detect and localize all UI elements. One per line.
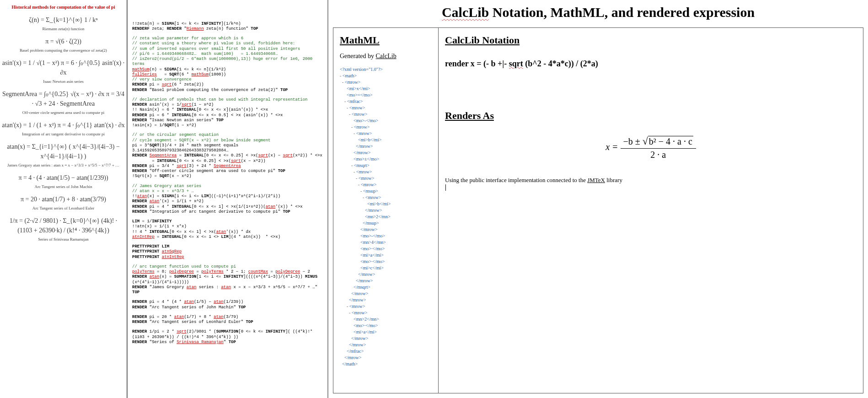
note-prefix: Using the public interface implementatio… [445,177,587,183]
code-group: RENDER 1/pi = 2 * sqrt(2)/9801 * (SUMMAT… [132,329,324,345]
formula-caption: Basel problem computing the convergence … [20,48,107,53]
below-note: Using the public interface implementatio… [445,177,857,191]
columns: MathML Generated by CalcLib <?xml versio… [333,27,863,393]
right-panel: CalcLib Notation, MathML, and rendered e… [328,0,868,398]
code-line: // James Gregory atan series [132,184,324,189]
code-line: polyTerms = 8; polyDegree = polyTerms * … [132,269,324,274]
code-line: RENDER 1/pi = 2 * sqrt(2)/9801 * (SUMMAT… [132,329,324,340]
code-line: // cycle segment = SQRT(x − x^2) or belo… [132,138,324,143]
code-line: mathSum(n) = SIGMA[1 <= k <= n](1/k^2) [132,67,324,72]
title-calclib: CalcLib [442,5,489,20]
code-line: RENDER "Off-center circle segment area u… [132,169,324,174]
code-line: RENDER SegmentArea = INTEGRAL[0 <= x <= … [132,153,324,158]
note-suffix: library [605,177,622,183]
formula-expression: atan(x) = Σ_{i=1}^{∞} ( x^{4i−3}/(4i−3) … [2,142,125,161]
code-line: pi = 3*SQRT(3)/4 + 24 * math segment equ… [132,143,324,154]
code-group: LIM = 1/INFINITY!!atn(x) = 1/(1 + x*x)!!… [132,219,324,240]
formula-block: 1/π = (2·√2 / 9801) · Σ_{k=0}^{∞} (4k)! … [2,216,125,242]
code-line: // very slow convergence [132,77,324,82]
formula-caption: Series of Srinivasa Ramanujan [38,237,89,242]
formula-caption: Riemann zeta(n) function [43,27,85,31]
formula-block: atan(x) = Σ_{i=1}^{∞} ( x^{4i−3}/(4i−3) … [2,142,125,167]
code-line: // constant using a theory where pi valu… [132,41,324,46]
code-line: RENDER pi = 4 * INTEGRAL[0 <= x <= 1] < … [132,204,324,210]
formula-expression: π = √(6 · ζ(2)) [45,37,81,46]
formula-radicand: b² − 4 · a · c [648,136,693,146]
code-line: fullSeries = SQRT(6 * mathSum(1000)) [132,72,324,77]
formula-block: π = √(6 · ζ(2))Basel problem computing t… [2,37,125,53]
code-group: // declaration of symbols that can be us… [132,97,324,129]
formula-caption: Integration of arc tangent derivative to… [22,132,105,136]
formula-expression: 1/π = (2·√2 / 9801) · Σ_{k=0}^{∞} (4k)! … [2,216,125,235]
code-line: RENDER "Basel problem computing the conv… [132,88,324,93]
formula-block: π = 4 · (4 · atan(1/5) − atan(1/239))Arc… [2,173,125,189]
code-group: // James Gregory atan series// atan x = … [132,184,324,215]
left-panel: Historical methods for computation of th… [0,0,127,398]
code-line: RENDER asin'(x) = 1/sqrt(1 − x^2) [132,102,324,108]
code-line: // or the circular segment equation [132,133,324,138]
code-line: RENDERF zeta; RENDER "Riemann zeta(n) fu… [132,27,324,32]
code-line: // pi/6 = 1.6449340668482… math sum(100)… [132,52,324,57]
middle-code-panel: !!zeta(n) = SIGMA[1 <= k <= INFINITY](1/… [127,0,328,398]
formula-block: ζ(n) = Σ_{k=1}^{∞} 1 / kⁿRiemann zeta(n)… [2,15,125,31]
code-line: !Sqrt(x) = SQRT(x − x^2) [132,174,324,179]
generated-by-line: Generated by CalcLib [340,53,432,60]
formula-expression: ζ(n) = Σ_{k=1}^{∞} 1 / kⁿ [29,15,97,25]
formula-expression: SegmentArea = ∫₀^{0.25} √(x − x²) · ∂x π… [2,89,125,108]
code-line: atnIntRep = INTEGRAL[0 <= x <= 1 <> LIM]… [132,235,324,240]
formula-den: 2 · a [621,149,696,160]
code-line: !!zeta(n) = SIGMA[1 <= k <= INFINITY](1/… [132,22,324,27]
code-line: PRETTYPRINT atnSqRep [132,249,324,254]
code-line: RENDER "Arc Tangent series of Leonhard E… [132,320,324,325]
page-title: CalcLib Notation, MathML, and rendered e… [333,5,863,20]
code-line: RENDER pi = 4 * (4 * atan(1/5) − atan(1/… [132,300,324,305]
code-line: PRETTYPRINT atnIntRep [132,255,324,260]
formula-lhs: x = [605,142,618,152]
code-group: PRETTYPRINT LIMPRETTYPRINT atnSqRepPRETT… [132,244,324,260]
generated-link[interactable]: CalcLib [376,53,396,59]
code-line: RENDER "James Gregory atan series : atan… [132,285,324,296]
notation-expression: render x = (- b +|- sqrt (b^2 - 4*a*c)) … [445,59,857,69]
notation-text: render x = (- b +|- sqrt (b^2 - 4*a*c)) … [445,59,598,68]
code-line: RENDER atan(x) = SUMMATION[1 <= i <= INF… [132,274,324,285]
code-line: // sum of inverted squares over small fi… [132,47,324,52]
code-line: RENDER atan'(x) = 1/(1 + x^2) [132,199,324,204]
code-line: // arc tangent function used to compute … [132,264,324,269]
note-link[interactable]: JMTeX [587,177,605,183]
rendered-formula: x = −b ± √b² − 4 · a · c 2 · a [591,135,710,160]
title-rest: Notation, MathML, and rendered expressio… [489,5,755,20]
formula-expression: π = 4 · (4 · atan(1/5) − atan(1/239)) [18,173,108,183]
code-line: RENDER pi = 6 * INTEGRAL[0 <= x <= 0.5] … [132,113,324,118]
code-line: PRETTYPRINT LIM [132,244,324,249]
mathml-xml: <?xml version="1.0"?> - <math> - <mrow> … [340,66,432,367]
code-line: !asin(x) = 1/SQRT(1 − x^2) [132,123,324,128]
code-line: LIM = 1/INFINITY [132,219,324,224]
code-group: // or the circular segment equation// cy… [132,133,324,179]
formula-caption: Isaac Newton asin series [43,79,84,84]
code-line: // isZero2(round(pi/2 − 6*math sum(10000… [132,57,324,67]
code-line: RENDER pi = 20 * atan(1/7) + 8 * atan(3/… [132,315,324,320]
code-line: RENDER pi = 3/4 * sqrt(3) + 24 * Segment… [132,164,324,169]
formula-expression: asin′(x) = 1 / √(1 − x²) π = 6 · ∫₀^{0.5… [2,58,125,77]
formula-block: SegmentArea = ∫₀^{0.25} √(x − x²) · ∂x π… [2,89,125,115]
code-line: RENDER "Integration of arc tangent deriv… [132,210,324,215]
code-line: // zeta value parameter for approx which… [132,36,324,41]
text-cursor [445,184,446,191]
code-line: // declaration of symbols that can be us… [132,97,324,102]
mathml-column: MathML Generated by CalcLib <?xml versio… [333,28,439,393]
formula-caption: Arc Tangent series of Leonhard Euler [32,206,94,210]
code-group: !!zeta(n) = SIGMA[1 <= k <= INFINITY](1/… [132,22,324,32]
formula-expression: atan′(x) = 1 / (1 + x²) π = 4 · ∫₀^{1} a… [2,120,124,130]
formula-block: π = 20 · atan(1/7) + 8 · atan(3/79)Arc T… [2,194,125,210]
code-group: // zeta value parameter for approx which… [132,36,324,93]
formula-num-left: −b ± [623,136,640,146]
code-line: !! 4 * INTEGRAL[0 <= x <= 1] < >x(atan'(… [132,230,324,235]
code-line: RENDER "Arc Tangent series of John Machi… [132,305,324,310]
formula-caption: James Gregory atan series : atan x = x −… [7,163,119,167]
formula-expression: π = 20 · atan(1/7) + 8 · atan(3/79) [21,194,106,204]
formula-caption: Arc Tangent series of John Machin [35,184,92,189]
code-line: !!atn(x) = 1/(1 + x*x) [132,224,324,229]
formula-caption: Off-center circle segment area used to c… [22,110,105,115]
code-group: RENDER pi = 4 * (4 * atan(1/5) − atan(1/… [132,300,324,310]
code-group: RENDER pi = 20 * atan(1/7) + 8 * atan(3/… [132,315,324,325]
